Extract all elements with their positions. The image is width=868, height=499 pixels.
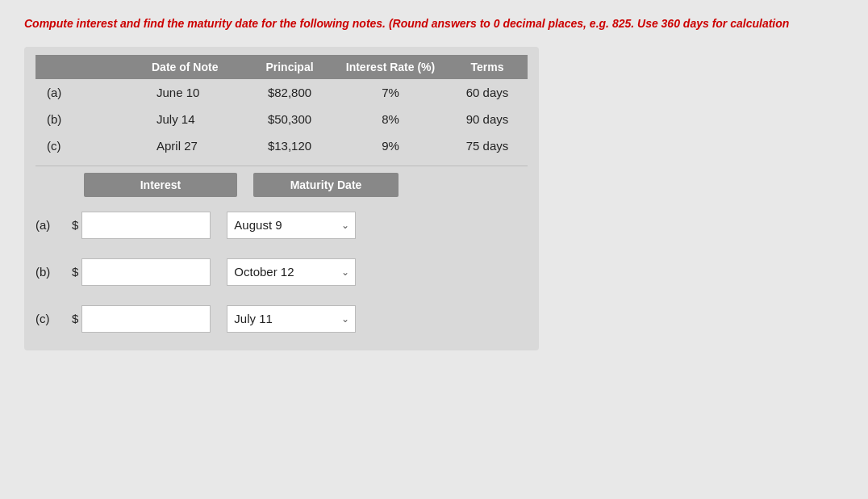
row-c-date: April 27 xyxy=(140,132,245,159)
section-divider xyxy=(35,166,528,166)
interest-input-c[interactable] xyxy=(81,305,211,333)
row-b-rate: 8% xyxy=(334,106,447,132)
row-b-label: (b) xyxy=(35,106,140,132)
col-header-rate: Interest Rate (%) xyxy=(334,55,447,79)
result-b-label: (b) xyxy=(35,265,72,279)
instruction-text: Compute interest and find the maturity d… xyxy=(24,16,844,32)
row-b-terms: 90 days xyxy=(447,106,528,132)
maturity-select-a[interactable]: August 9 August 10 August 11 xyxy=(227,212,356,239)
row-a-terms: 60 days xyxy=(447,79,528,106)
row-c-terms: 75 days xyxy=(447,132,528,159)
table-row: (a) June 10 $82,800 7% 60 days xyxy=(35,79,528,106)
row-a-date: June 10 xyxy=(140,79,245,106)
result-a-dollar: $ xyxy=(72,218,78,232)
row-a-rate: 7% xyxy=(334,79,447,106)
col-header-label xyxy=(35,55,140,79)
table-row: (b) July 14 $50,300 8% 90 days xyxy=(35,106,528,132)
col-header-terms: Terms xyxy=(447,55,528,79)
interest-input-b[interactable] xyxy=(81,258,211,286)
maturity-select-c[interactable]: July 11 July 12 July 13 xyxy=(227,305,356,333)
result-row-a: (a) $ August 9 August 10 August 11 ⌄ xyxy=(35,202,528,249)
interest-input-a[interactable] xyxy=(81,212,211,239)
table-row: (c) April 27 $13,120 9% 75 days xyxy=(35,132,528,159)
row-c-label: (c) xyxy=(35,132,140,159)
result-row-b: (b) $ October 12 October 13 October 14 ⌄ xyxy=(35,249,528,296)
result-row-c: (c) $ July 11 July 12 July 13 ⌄ xyxy=(35,296,528,342)
main-wrapper: Date of Note Principal Interest Rate (%)… xyxy=(24,47,539,350)
maturity-select-wrapper-c: July 11 July 12 July 13 ⌄ xyxy=(227,305,356,333)
result-b-dollar: $ xyxy=(72,265,78,279)
notes-table: Date of Note Principal Interest Rate (%)… xyxy=(35,55,528,159)
maturity-header: Maturity Date xyxy=(253,173,399,197)
interest-header: Interest xyxy=(84,173,237,197)
result-c-label: (c) xyxy=(35,312,72,325)
result-c-dollar: $ xyxy=(72,312,78,325)
result-a-label: (a) xyxy=(35,218,72,232)
row-c-rate: 9% xyxy=(334,132,447,159)
maturity-select-b[interactable]: October 12 October 13 October 14 xyxy=(227,258,356,286)
row-b-date: July 14 xyxy=(140,106,245,132)
results-section: Interest Maturity Date (a) $ August 9 Au… xyxy=(35,173,528,342)
results-header-row: Interest Maturity Date xyxy=(35,173,528,197)
row-b-principal: $50,300 xyxy=(245,106,334,132)
maturity-select-wrapper-b: October 12 October 13 October 14 ⌄ xyxy=(227,258,356,286)
row-a-principal: $82,800 xyxy=(245,79,334,106)
row-a-label: (a) xyxy=(35,79,140,106)
maturity-select-wrapper-a: August 9 August 10 August 11 ⌄ xyxy=(227,212,356,239)
row-c-principal: $13,120 xyxy=(245,132,334,159)
col-header-date: Date of Note xyxy=(140,55,245,79)
col-header-principal: Principal xyxy=(245,55,334,79)
instruction-main: Compute interest and find the maturity d… xyxy=(24,17,386,30)
instruction-note: (Round answers to 0 decimal places, e.g.… xyxy=(389,17,789,30)
